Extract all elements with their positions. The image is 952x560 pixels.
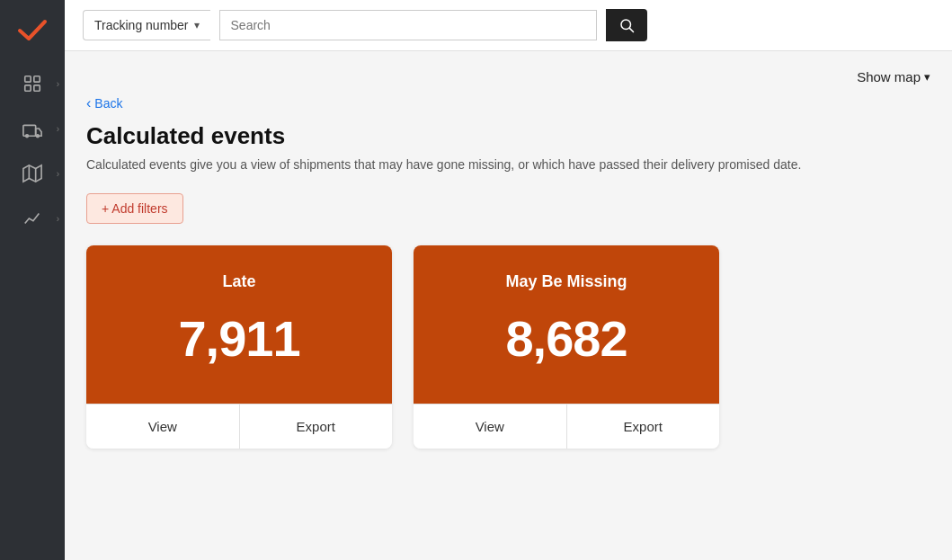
svg-rect-3 [34, 85, 40, 91]
search-type-dropdown[interactable]: Tracking number ▾ [83, 10, 210, 40]
late-card-bottom: View Export [86, 404, 392, 449]
sidebar-item-dashboard[interactable]: › [0, 65, 65, 102]
late-card-label: Late [104, 272, 374, 291]
page-title: Calculated events [86, 122, 930, 150]
cards-row: Late 7,911 View Export May Be Missing 8,… [86, 245, 930, 449]
sidebar-item-shipments[interactable]: › [0, 110, 65, 147]
chevron-right-icon: › [57, 124, 59, 134]
show-map-bar: Show map ▾ [86, 69, 930, 84]
svg-marker-7 [23, 165, 41, 182]
missing-export-button[interactable]: Export [567, 404, 720, 449]
search-button[interactable] [606, 9, 647, 41]
header: Tracking number ▾ [65, 0, 952, 51]
svg-rect-2 [25, 85, 31, 91]
missing-card-bottom: View Export [414, 404, 719, 449]
chevron-right-icon: › [57, 214, 59, 224]
missing-card-label: May Be Missing [432, 272, 701, 291]
svg-rect-4 [23, 125, 36, 136]
chevron-right-icon: › [57, 169, 59, 179]
search-type-label: Tracking number [94, 18, 189, 32]
late-view-button[interactable]: View [86, 404, 240, 449]
search-input[interactable] [220, 11, 596, 40]
sidebar: › › › › [0, 0, 65, 560]
back-link[interactable]: ‹ Back [86, 95, 930, 111]
missing-view-button[interactable]: View [414, 404, 567, 449]
back-label: Back [94, 96, 122, 111]
page-content: Show map ▾ ‹ Back Calculated events Calc… [65, 51, 952, 560]
sidebar-item-analytics[interactable]: › [0, 200, 65, 237]
missing-card-number: 8,682 [432, 309, 701, 368]
app-logo[interactable] [13, 11, 52, 50]
page-description: Calculated events give you a view of shi… [86, 157, 895, 172]
search-icon [618, 17, 635, 33]
search-wrapper [219, 10, 597, 40]
late-card: Late 7,911 View Export [86, 245, 392, 449]
svg-line-11 [629, 28, 633, 31]
late-card-top: Late 7,911 [86, 245, 392, 404]
main-content: Tracking number ▾ Show map ▾ ‹ Back Calc… [65, 0, 952, 560]
missing-card-top: May Be Missing 8,682 [414, 245, 719, 404]
show-map-chevron-icon: ▾ [924, 70, 930, 84]
back-arrow-icon: ‹ [86, 95, 91, 111]
late-export-button[interactable]: Export [240, 404, 393, 449]
show-map-button[interactable]: Show map ▾ [857, 69, 930, 84]
chevron-right-icon: › [57, 79, 59, 89]
dropdown-chevron-icon: ▾ [194, 19, 200, 31]
add-filters-button[interactable]: + Add filters [86, 193, 183, 224]
svg-rect-1 [34, 76, 40, 82]
missing-card: May Be Missing 8,682 View Export [414, 245, 719, 449]
svg-rect-0 [25, 76, 31, 82]
sidebar-item-map[interactable]: › [0, 155, 65, 192]
late-card-number: 7,911 [104, 309, 374, 368]
